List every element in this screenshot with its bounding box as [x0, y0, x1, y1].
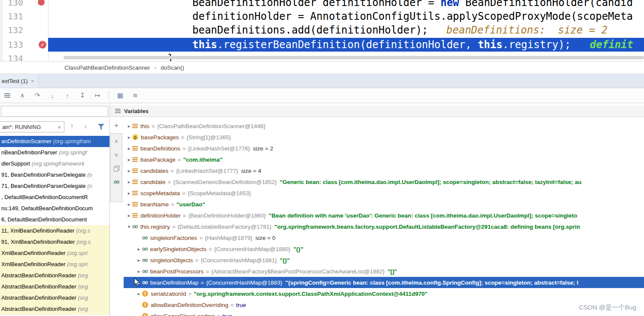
run-to-cursor-icon[interactable]: ↦ — [93, 91, 102, 100]
frame-row[interactable]: AbstractBeanDefinitionReader (org — [0, 281, 109, 292]
equals-sign: = — [152, 123, 155, 129]
scroll-down-icon[interactable]: ∨ — [115, 152, 118, 158]
frame-row[interactable]: nBeanDefinitionParser (org.springf — [0, 147, 109, 158]
breadcrumb-class[interactable]: ClassPathBeanDefinitionScanner — [64, 64, 150, 71]
line-number-132[interactable]: 132 — [0, 23, 23, 37]
line-number-133[interactable]: 133 — [0, 38, 23, 52]
frame-row[interactable]: 91, BeanDefinitionParserDelegate (o — [0, 169, 109, 181]
chevron-right-icon[interactable]: ▸ — [126, 179, 132, 185]
variable-row[interactable]: ▸pbasePackages={String[1]@1365} — [124, 132, 644, 143]
step-over-icon[interactable]: ↷ — [33, 91, 42, 100]
frame-text: 91, XmlBeanDefinitionReader — [1, 239, 76, 245]
chevron-right-icon[interactable]: ▸ — [136, 246, 142, 252]
code-line-130[interactable]: BeanDefinitionHolder definitionHolder = … — [48, 0, 644, 9]
chevron-down-icon[interactable]: ▾ — [126, 224, 132, 230]
frame-row[interactable]: , DefaultBeanDefinitionDocumentR — [0, 192, 109, 203]
frame-row[interactable]: dlerSupport (org.springframework — [0, 158, 109, 169]
verified-breakpoint-icon[interactable]: ✓ — [39, 41, 46, 49]
chevron-right-icon[interactable]: ▸ — [136, 291, 142, 297]
equals-sign: = — [231, 302, 234, 308]
variable-name: allowEagerClassLoading — [151, 313, 215, 316]
previous-frame-icon[interactable]: ↑ — [70, 122, 74, 129]
chevron-right-icon[interactable]: ▸ — [126, 123, 132, 129]
breakpoint-icon[interactable] — [38, 0, 45, 6]
variable-row[interactable]: ▸oosingletonObjects={ConcurrentHashMap@1… — [124, 255, 644, 266]
variable-row[interactable]: oosingletonFactories={HashMap@1879}size … — [124, 232, 644, 243]
frame-row[interactable]: 11, XmlBeanDefinitionReader (org.s — [0, 225, 109, 236]
horizontal-scrollbar[interactable] — [64, 56, 644, 59]
variable-row[interactable]: ▸candidates={LinkedHashSet@1777}size = 4 — [124, 165, 644, 176]
variable-row[interactable]: ▸beanName="userDao" — [124, 199, 644, 210]
close-icon[interactable]: × — [31, 78, 34, 84]
line-number-134[interactable]: 134 — [0, 52, 23, 61]
settings-menu-icon[interactable] — [3, 91, 12, 100]
add-watch-icon[interactable]: + — [114, 121, 118, 130]
variables-title: Variables — [124, 108, 149, 114]
equals-sign: = — [195, 257, 198, 264]
frame-package: (org — [78, 272, 88, 279]
chevron-right-icon[interactable]: ▸ — [126, 202, 132, 207]
variable-row[interactable]: ▸this={ClassPathBeanDefinitionScanner@14… — [124, 120, 644, 132]
variable-row[interactable]: fallowBeanDefinitionOverriding=true — [124, 299, 644, 310]
equals-sign: = — [188, 291, 192, 297]
chevron-right-icon[interactable]: ▸ — [126, 157, 132, 163]
variable-row[interactable]: ▾oothis.registry={DefaultListableBeanFac… — [124, 221, 644, 232]
frame-row[interactable]: XmlBeanDefinitionReader (org.spri — [0, 259, 109, 270]
line-number-130[interactable]: 130 — [0, 0, 23, 9]
field-icon — [132, 169, 138, 173]
variable-row[interactable]: ▸beanDefinitions={LinkedHashSet@1776}siz… — [124, 143, 644, 154]
chevron-right-icon[interactable]: ▸ — [126, 168, 132, 174]
code-line-133-execution-point[interactable]: this.registerBeanDefinition(definitionHo… — [48, 38, 644, 52]
variable-row[interactable]: ▸basePackage="com.itheima" — [124, 154, 644, 165]
chevron-down-icon: ∨ — [58, 124, 61, 130]
frame-text: nBeanDefinitionParser — [1, 149, 59, 156]
frame-row[interactable]: XmlBeanDefinitionReader (org.spri — [0, 248, 109, 259]
frame-row[interactable]: 91, XmlBeanDefinitionReader (org.s — [0, 236, 109, 248]
scroll-up-icon[interactable]: ∧ — [115, 138, 118, 144]
frame-row[interactable]: 6, DefaultBeanDefinitionDocument — [0, 214, 109, 225]
chevron-right-icon[interactable]: ▸ — [126, 190, 132, 196]
variable-row[interactable]: ▸candidate={ScannedGenericBeanDefinition… — [124, 176, 644, 187]
variable-row[interactable]: ▸fserializationId="org.springframework.c… — [124, 288, 644, 299]
variable-row[interactable]: ▸scopeMetadata={ScopeMetadata@1853} — [124, 187, 644, 199]
line-number-131[interactable]: 131 — [0, 9, 23, 23]
force-step-into-icon[interactable]: ↧ — [78, 91, 87, 100]
frame-row[interactable]: AbstractBeanDefinitionReader (org — [0, 270, 109, 281]
chevron-right-icon[interactable]: ▸ — [136, 258, 142, 263]
frame-row[interactable]: ns:149, DefaultBeanDefinitionDocum — [0, 203, 109, 214]
chevron-right-icon[interactable]: ▸ — [136, 269, 142, 274]
trace-icon[interactable]: ≋ — [131, 91, 140, 100]
variable-row-selected[interactable]: ▸oobeanDefinitionMap={ConcurrentHashMap@… — [124, 277, 644, 288]
variable-row[interactable]: ▸ooearlySingletonObjects={ConcurrentHash… — [124, 243, 644, 255]
frame-package: (o — [87, 183, 92, 189]
watches-icon[interactable]: oo — [114, 179, 119, 185]
chevron-right-icon[interactable]: ▸ — [126, 146, 132, 151]
frame-row[interactable]: AbstractBeanDefinitionReader (org — [0, 304, 109, 315]
frame-package: (o — [87, 172, 92, 178]
variable-row[interactable]: fallowEagerClassLoading=true — [124, 310, 644, 316]
boolean-value: true — [222, 313, 232, 316]
equals-sign: = — [217, 313, 220, 316]
string-value: "com.itheima" — [183, 156, 223, 163]
frame-row[interactable]: anDefinitionScanner (org.springfram — [0, 136, 109, 147]
evaluate-expression-icon[interactable]: ▦ — [115, 91, 125, 100]
code-line-132[interactable]: beanDefinitions.add(definitionHolder); b… — [48, 23, 644, 37]
duplicate-watch-icon[interactable] — [114, 166, 119, 171]
step-into-icon[interactable]: ↓ — [48, 91, 57, 100]
thread-selector[interactable]: ain*: RUNNING ∨ — [0, 121, 64, 132]
show-execution-point-icon[interactable]: ∧ — [18, 91, 27, 100]
tab-context-test[interactable]: extTest (1) × — [0, 74, 39, 88]
frame-row[interactable]: 71, BeanDefinitionParserDelegate (o — [0, 181, 109, 192]
chevron-right-icon[interactable]: ▸ — [126, 213, 132, 218]
breadcrumb-method[interactable]: doScan() — [161, 64, 184, 71]
code-line-131[interactable]: definitionHolder = AnnotationConfigUtils… — [48, 9, 644, 23]
next-frame-icon[interactable]: ↓ — [84, 122, 88, 129]
frame-text: 11, XmlBeanDefinitionReader — [1, 227, 76, 234]
frame-row[interactable]: AbstractBeanDefinitionReader (org — [0, 292, 109, 304]
thread-label: ain*: RUNNING — [2, 124, 41, 130]
variable-row[interactable]: ▸oobeanPostProcessors={AbstractBeanFacto… — [124, 266, 644, 277]
variable-row[interactable]: ▸definitionHolder={BeanDefinitionHolder@… — [124, 210, 644, 221]
hide-library-frames-icon[interactable] — [98, 124, 104, 130]
chevron-right-icon[interactable]: ▸ — [126, 135, 132, 140]
step-out-icon[interactable]: ↑ — [63, 91, 72, 100]
